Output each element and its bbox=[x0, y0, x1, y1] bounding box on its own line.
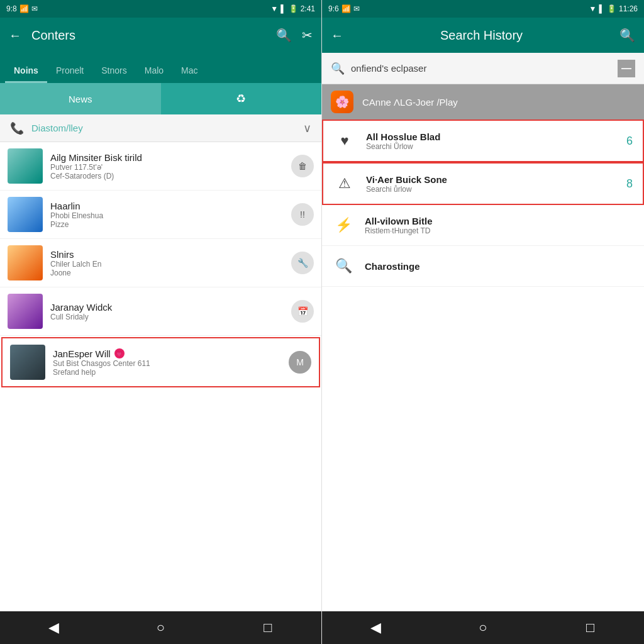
contact-badge-5: 💗 bbox=[114, 348, 125, 358]
right-mail-icon: ✉ bbox=[353, 4, 360, 13]
history-item-3[interactable]: ⚡ All-vilown Bitle Ristlem·tHunget TD bbox=[322, 205, 644, 246]
left-filter-bar: News ♻ bbox=[0, 83, 321, 114]
history-title-3: All-vilown Bitle bbox=[365, 216, 634, 226]
right-time: 9:6 bbox=[328, 4, 339, 13]
search-clear-button[interactable]: — bbox=[618, 60, 635, 77]
avatar-2 bbox=[8, 197, 43, 232]
left-edit-button[interactable]: ✂ bbox=[302, 28, 313, 43]
left-status-bar: 9:8 📶 ✉ ▼ ▌ 🔋 2:41 bbox=[0, 0, 321, 18]
chevron-down-icon[interactable]: ∨ bbox=[303, 121, 311, 135]
history-item-4[interactable]: 🔍 Charostinge bbox=[322, 246, 644, 287]
contact-action-4[interactable]: 📅 bbox=[291, 300, 314, 323]
search-query-text: onfiend's eclpaser bbox=[351, 63, 611, 74]
contact-name-1: Ailg Minsiter Bisk tirild bbox=[50, 152, 284, 163]
left-back-button[interactable]: ← bbox=[9, 28, 21, 43]
contact-item-1[interactable]: Ailg Minsiter Bisk tirild Putver 117.5t'… bbox=[0, 142, 321, 191]
history-sub-2: Searchi ůrlow bbox=[366, 185, 616, 194]
right-panel: 9:6 📶 ✉ ▼ ▌ 🔋 11:26 ← Search History 🔍 🔍… bbox=[322, 0, 644, 644]
contact-sub2-1: Cef-Sataroders (D) bbox=[50, 172, 284, 180]
lightning-icon: ⚡ bbox=[332, 214, 355, 236]
app-item[interactable]: 🌸 CAnne ΛLG-Joer /Play bbox=[322, 84, 644, 119]
contact-sub1-4: Cull Sridaly bbox=[50, 313, 284, 321]
contact-action-2[interactable]: !! bbox=[291, 203, 314, 226]
right-top-bar: ← Search History 🔍 bbox=[322, 18, 644, 53]
app-icon: 🌸 bbox=[331, 91, 353, 113]
news-filter-button[interactable]: News bbox=[0, 83, 161, 114]
contact-action-3[interactable]: 🔧 bbox=[291, 252, 314, 274]
contact-name-2: Haarlin bbox=[50, 201, 284, 211]
history-item-2[interactable]: ⚠ Vi·Aer Buick Sone Searchi ůrlow 8 bbox=[322, 162, 644, 205]
right-back-nav[interactable]: ◀ bbox=[357, 615, 394, 640]
avatar-5 bbox=[10, 345, 45, 380]
section-header: 📞 Diastom/lley ∨ bbox=[0, 114, 321, 142]
history-info-4: Charostinge bbox=[365, 261, 634, 272]
right-home-nav[interactable]: ○ bbox=[464, 615, 502, 640]
contact-info-4: Jaranay Widck Cull Sridaly bbox=[50, 302, 284, 321]
contact-item-2[interactable]: Haarlin Phobi Elneshua Pizze !! bbox=[0, 191, 321, 239]
heart-icon: ♥ bbox=[333, 130, 356, 152]
right-nav-bar: ◀ ○ □ bbox=[322, 611, 644, 644]
contact-action-1[interactable]: 🗑 bbox=[291, 155, 314, 177]
tab-noins[interactable]: Noins bbox=[5, 58, 47, 83]
contact-item-4[interactable]: Jaranay Widck Cull Sridaly 📅 bbox=[0, 287, 321, 336]
tab-pronelt[interactable]: Pronelt bbox=[47, 58, 92, 83]
left-top-bar: ← Conters 🔍 ✂ bbox=[0, 18, 321, 53]
tab-stnors[interactable]: Stnors bbox=[92, 58, 135, 83]
left-home-nav[interactable]: ○ bbox=[142, 615, 179, 640]
search-history-list: ♥ All Hosslue Blad Searchi Ůrlow 6 ⚠ Vi·… bbox=[322, 119, 644, 611]
left-top-icons: 🔍 ✂ bbox=[276, 28, 313, 43]
contact-name-badge-5: JanEsper Will 💗 bbox=[53, 348, 281, 359]
contact-sub1-5: Sut Bist Chasgos Center 611 bbox=[53, 359, 281, 368]
contact-sub2-2: Pizze bbox=[50, 220, 284, 229]
right-back-button[interactable]: ← bbox=[331, 28, 343, 43]
right-battery-icon: 🔋 bbox=[607, 4, 616, 13]
contact-action-5[interactable]: M bbox=[289, 351, 311, 374]
history-sub-3: Ristlem·tHunget TD bbox=[365, 226, 634, 235]
contact-sub1-1: Putver 117.5t'ə' bbox=[50, 163, 284, 172]
contact-item-3[interactable]: Slnirs Chiler Lalch En Joone 🔧 bbox=[0, 239, 321, 287]
contact-name-4: Jaranay Widck bbox=[50, 302, 284, 313]
icon-filter-button[interactable]: ♻ bbox=[161, 83, 322, 114]
history-title-4: Charostinge bbox=[365, 261, 634, 272]
warning-icon: ⚠ bbox=[333, 172, 356, 195]
left-signal-icon: ▌ bbox=[280, 4, 286, 13]
left-square-nav[interactable]: □ bbox=[249, 615, 287, 640]
contact-name-3: Slnirs bbox=[50, 249, 284, 260]
avatar-4 bbox=[8, 294, 43, 329]
contact-sub1-2: Phobi Elneshua bbox=[50, 211, 284, 220]
app-name: CAnne ΛLG-Joer /Play bbox=[362, 97, 458, 108]
contact-sub2-3: Joone bbox=[50, 269, 284, 277]
tab-mac[interactable]: Mac bbox=[172, 58, 206, 83]
left-search-button[interactable]: 🔍 bbox=[276, 28, 292, 43]
left-title: Conters bbox=[31, 28, 266, 43]
contact-list: Ailg Minsiter Bisk tirild Putver 117.5t'… bbox=[0, 142, 321, 611]
right-status-left: 9:6 📶 ✉ bbox=[328, 4, 360, 13]
history-sub-1: Searchi Ůrlow bbox=[366, 142, 616, 151]
history-count-1: 6 bbox=[626, 135, 633, 148]
search-bar-icon: 🔍 bbox=[331, 62, 345, 75]
app-icon-symbol: 🌸 bbox=[335, 95, 349, 109]
contact-item-5[interactable]: JanEsper Will 💗 Sut Bist Chasgos Center … bbox=[1, 337, 320, 387]
history-item-1[interactable]: ♥ All Hosslue Blad Searchi Ůrlow 6 bbox=[322, 119, 644, 162]
left-time: 9:8 bbox=[6, 4, 17, 13]
left-tabs-bar: Noins Pronelt Stnors Malo Mac bbox=[0, 53, 321, 83]
contact-sub2-5: Srefand help bbox=[53, 368, 281, 377]
search-bar: 🔍 onfiend's eclpaser — bbox=[322, 53, 644, 84]
left-back-nav[interactable]: ◀ bbox=[35, 615, 72, 640]
history-info-2: Vi·Aer Buick Sone Searchi ůrlow bbox=[366, 174, 616, 194]
history-info-3: All-vilown Bitle Ristlem·tHunget TD bbox=[365, 216, 634, 235]
history-info-1: All Hosslue Blad Searchi Ůrlow bbox=[366, 131, 616, 151]
history-title-1: All Hosslue Blad bbox=[366, 131, 616, 142]
left-panel: 9:8 📶 ✉ ▼ ▌ 🔋 2:41 ← Conters 🔍 ✂ Noins P… bbox=[0, 0, 322, 644]
right-status-bar: 9:6 📶 ✉ ▼ ▌ 🔋 11:26 bbox=[322, 0, 644, 18]
right-square-nav[interactable]: □ bbox=[572, 615, 609, 640]
contact-info-1: Ailg Minsiter Bisk tirild Putver 117.5t'… bbox=[50, 152, 284, 180]
right-search-button[interactable]: 🔍 bbox=[619, 28, 635, 43]
left-sim-icon: 📶 bbox=[19, 4, 29, 13]
left-nav-bar: ◀ ○ □ bbox=[0, 611, 321, 644]
left-right-time: 2:41 bbox=[301, 4, 315, 13]
contact-sub1-3: Chiler Lalch En bbox=[50, 260, 284, 269]
history-count-2: 8 bbox=[626, 177, 633, 191]
tab-malo[interactable]: Malo bbox=[136, 58, 172, 83]
contact-name-5: JanEsper Will bbox=[53, 348, 111, 359]
